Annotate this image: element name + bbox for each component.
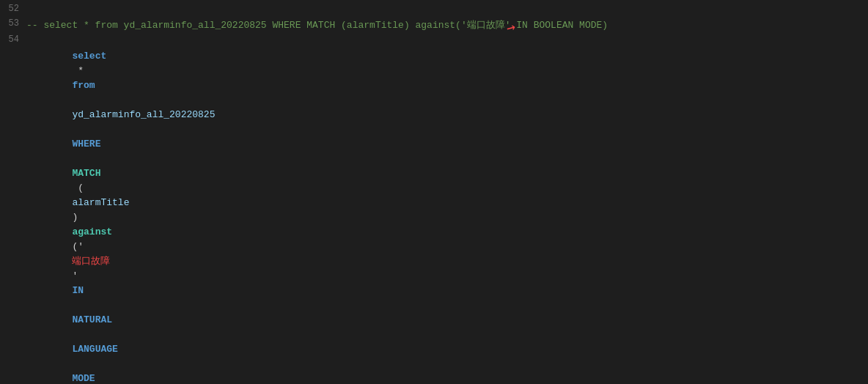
col-alarm-title: alarmTitle xyxy=(72,197,129,208)
kw-against: against xyxy=(72,226,112,237)
plain-quote: ' xyxy=(72,270,84,281)
code-line-52: 52 xyxy=(0,3,868,18)
plain-sp2 xyxy=(72,124,78,135)
str-keyword: 端口故障 xyxy=(72,256,110,267)
code-line-54: 54 select * from yd_alarminfo_all_202208… xyxy=(0,34,868,384)
kw-mode: MODE xyxy=(72,373,95,384)
main-container: 52 53 -- select * from yd_alarminfo_all_… xyxy=(0,0,868,384)
code-editor: 52 53 -- select * from yd_alarminfo_all_… xyxy=(0,0,868,384)
kw-language: LANGUAGE xyxy=(72,344,117,355)
plain-rp: ) xyxy=(72,212,84,223)
line-num-53: 53 xyxy=(0,18,26,29)
plain-lp2: (' xyxy=(72,241,84,252)
code-content-54: select * from yd_alarminfo_all_20220825 … xyxy=(26,34,868,384)
plain-lp: ( xyxy=(72,182,84,193)
kw-from: from xyxy=(72,80,95,91)
kw-in: IN xyxy=(72,285,84,296)
kw-select: select xyxy=(72,51,106,62)
line-num-52: 52 xyxy=(0,4,26,14)
line-num-54: 54 xyxy=(0,34,26,45)
kw-natural: NATURAL xyxy=(72,314,112,325)
kw-where: WHERE xyxy=(72,139,100,149)
plain-sp3 xyxy=(72,153,78,164)
plain-star: * xyxy=(72,65,89,76)
code-line-53: 53 -- select * from yd_alarminfo_all_202… xyxy=(0,18,868,34)
kw-match: MATCH xyxy=(72,168,100,179)
plain-sp4 xyxy=(72,300,78,311)
table-name: yd_alarminfo_all_20220825 xyxy=(72,109,215,120)
plain-sp6 xyxy=(72,358,78,369)
code-content-53: -- select * from yd_alarminfo_all_202208… xyxy=(26,18,868,33)
plain-sp5 xyxy=(72,329,78,340)
plain-sp1 xyxy=(72,95,78,106)
